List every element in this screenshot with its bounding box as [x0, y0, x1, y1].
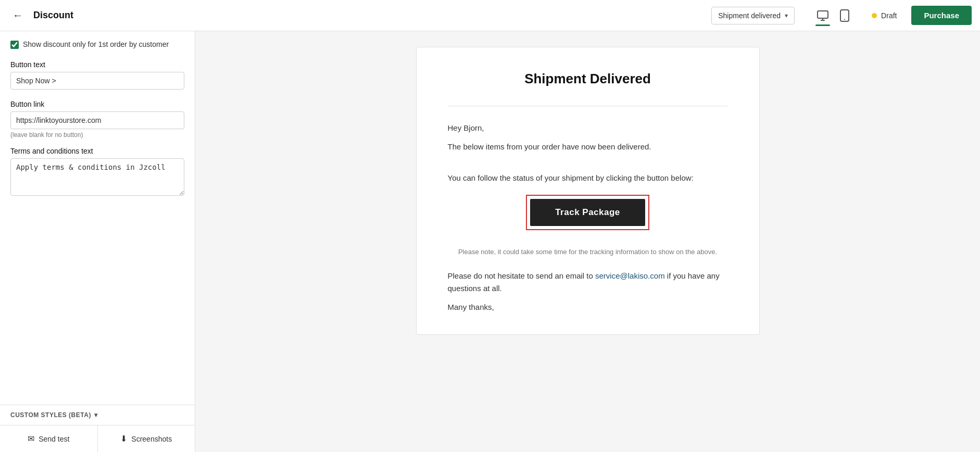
status-dot: [872, 13, 877, 18]
show-discount-checkbox[interactable]: [10, 41, 19, 49]
top-bar: ← Discount Shipment delivered ▾ Draft Pu…: [0, 0, 980, 31]
preview-panel: Shipment Delivered Hey Bjorn, The below …: [195, 31, 980, 452]
button-text-label: Button text: [10, 60, 184, 69]
shipment-dropdown-label: Shipment delivered: [718, 11, 781, 20]
back-button[interactable]: ←: [8, 7, 27, 23]
page-title: Discount: [33, 10, 705, 21]
back-icon: ←: [12, 9, 23, 21]
button-link-input[interactable]: [10, 111, 184, 129]
email-divider: [448, 106, 728, 106]
mobile-view-button[interactable]: [836, 6, 853, 25]
svg-point-4: [844, 19, 845, 20]
view-icons: [813, 6, 853, 25]
download-icon: [120, 434, 127, 444]
main-layout: Show discount only for 1st order by cust…: [0, 31, 980, 452]
show-discount-label: Show discount only for 1st order by cust…: [23, 40, 169, 50]
email-body1: The below items from your order have now…: [448, 141, 728, 153]
email-preview: Shipment Delivered Hey Bjorn, The below …: [416, 47, 760, 335]
svg-rect-0: [818, 11, 828, 18]
button-link-group: Button link (leave blank for no button): [10, 100, 184, 139]
track-button-wrapper: Track Package: [526, 195, 649, 230]
button-text-group: Button text: [10, 60, 184, 92]
contact-text: Please do not hesitate to send an email …: [448, 271, 596, 280]
custom-styles-toggle[interactable]: CUSTOM STYLES (BETA) ▾: [10, 411, 184, 419]
email-cta-intro: You can follow the status of your shipme…: [448, 172, 728, 184]
envelope-icon: [28, 434, 34, 444]
status-area: Draft: [872, 11, 897, 20]
mobile-icon: [839, 9, 850, 22]
send-test-button[interactable]: Send test: [0, 425, 98, 452]
terms-text-label: Terms and conditions text: [10, 147, 184, 155]
email-sign-off: Many thanks,: [448, 301, 728, 313]
screenshots-button[interactable]: Screenshots: [98, 425, 195, 452]
terms-text-input[interactable]: Apply terms & conditions in Jzcoll: [10, 158, 184, 196]
custom-styles-label: CUSTOM STYLES (BETA): [10, 411, 91, 419]
custom-styles-arrow-icon: ▾: [94, 411, 98, 419]
show-discount-row: Show discount only for 1st order by cust…: [10, 40, 184, 50]
desktop-view-button[interactable]: [813, 6, 832, 25]
track-package-button[interactable]: Track Package: [530, 199, 645, 226]
send-test-label: Send test: [39, 435, 69, 443]
email-title: Shipment Delivered: [448, 68, 728, 90]
email-contact: Please do not hesitate to send an email …: [448, 270, 728, 295]
left-panel: Show discount only for 1st order by cust…: [0, 31, 195, 452]
shipment-dropdown[interactable]: Shipment delivered ▾: [711, 7, 795, 24]
terms-text-group: Terms and conditions text Apply terms & …: [10, 147, 184, 198]
bottom-actions: Send test Screenshots: [0, 425, 195, 452]
desktop-icon: [816, 9, 829, 22]
chevron-down-icon: ▾: [785, 12, 788, 19]
left-panel-scroll: Show discount only for 1st order by cust…: [0, 31, 195, 405]
purchase-button[interactable]: Purchase: [911, 6, 972, 25]
screenshots-label: Screenshots: [131, 435, 172, 443]
tracking-note-text: Please note, it could take some time for…: [458, 248, 717, 256]
email-greeting: Hey Bjorn,: [448, 122, 728, 134]
custom-styles-section: CUSTOM STYLES (BETA) ▾: [0, 405, 195, 425]
button-link-hint: (leave blank for no button): [10, 131, 184, 139]
status-label: Draft: [881, 11, 897, 20]
tracking-note: Please note, it could take some time for…: [448, 247, 728, 258]
button-text-input[interactable]: [10, 72, 184, 90]
contact-email[interactable]: service@lakiso.com: [595, 271, 665, 280]
button-link-label: Button link: [10, 100, 184, 108]
